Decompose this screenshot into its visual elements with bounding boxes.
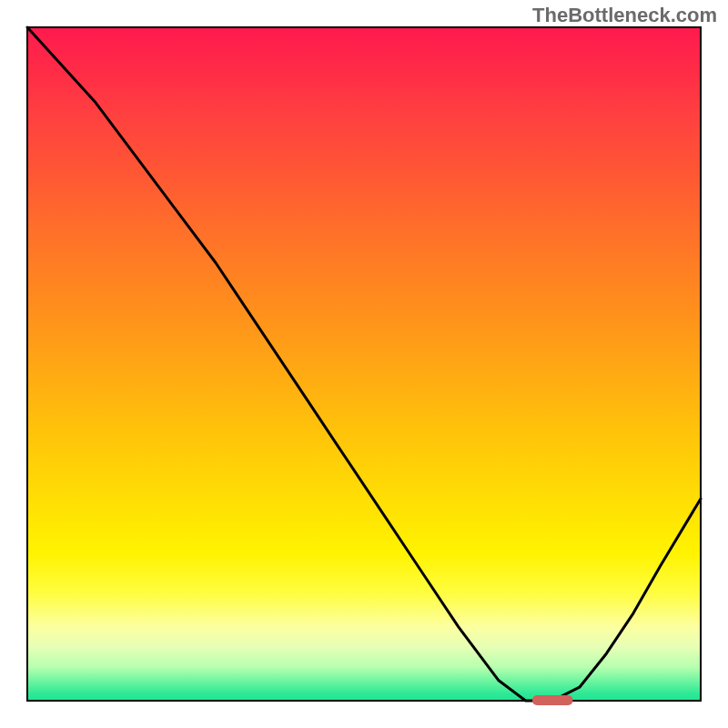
watermark-text: TheBottleneck.com bbox=[532, 4, 717, 27]
gradient-plot-area bbox=[27, 27, 701, 701]
chart-stage: TheBottleneck.com bbox=[0, 0, 728, 728]
